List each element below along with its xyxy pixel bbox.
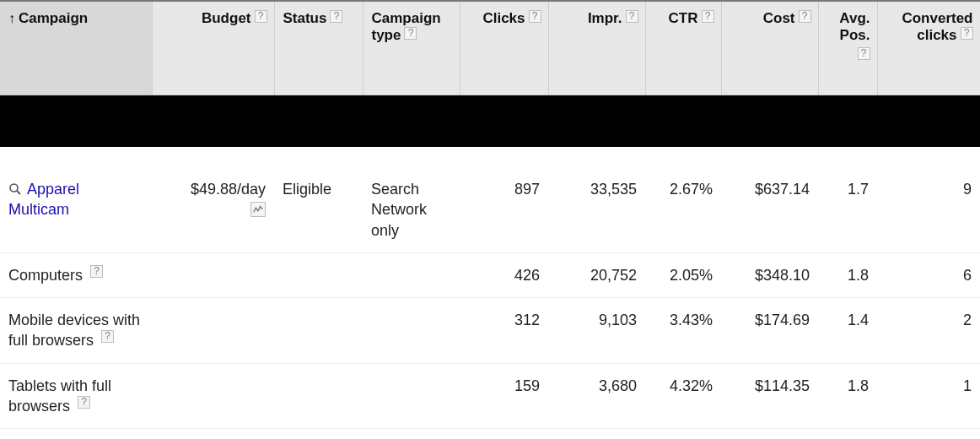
- help-icon[interactable]: ?: [330, 10, 342, 23]
- help-icon[interactable]: ?: [626, 10, 638, 23]
- cell-type: [363, 363, 460, 429]
- segment-label: Mobile devices with full browsers: [8, 312, 140, 349]
- help-icon[interactable]: ?: [90, 265, 103, 278]
- svg-line-1: [17, 191, 20, 194]
- cell-ctr: 4.32%: [645, 363, 721, 429]
- cell-converted: 6: [877, 252, 980, 297]
- cell-pos: 1.8: [818, 252, 877, 297]
- cell-budget: [152, 252, 274, 297]
- help-icon[interactable]: ?: [799, 10, 811, 23]
- col-header-ctr[interactable]: CTR?: [645, 2, 721, 95]
- col-header-converted[interactable]: Converted clicks?: [877, 2, 980, 95]
- cell-budget: $49.88/day: [152, 167, 274, 252]
- cell-status: Eligible: [274, 167, 363, 252]
- col-header-impr[interactable]: Impr.?: [548, 2, 645, 95]
- header-label: Budget: [202, 10, 251, 26]
- col-header-clicks[interactable]: Clicks?: [460, 2, 548, 95]
- cell-impr: 33,535: [548, 167, 645, 252]
- cell-cost: $114.35: [721, 363, 818, 429]
- cell-converted: 9: [877, 167, 980, 252]
- cell-status: [274, 252, 363, 297]
- cell-clicks: 426: [460, 252, 548, 297]
- col-header-pos[interactable]: Avg. Pos. ?: [818, 2, 877, 95]
- help-icon[interactable]: ?: [961, 27, 973, 40]
- cell-campaign: Mobile devices with full browsers ?: [0, 298, 152, 364]
- magnifier-icon[interactable]: [8, 181, 22, 194]
- segment-label: Computers: [8, 267, 83, 284]
- cell-clicks: 897: [460, 167, 548, 252]
- cell-converted: 2: [877, 298, 980, 364]
- table-row: Apparel Multicam$49.88/dayEligibleSearch…: [0, 167, 980, 252]
- cell-clicks: 312: [460, 298, 548, 364]
- cell-impr: 9,103: [548, 298, 645, 364]
- col-header-campaign[interactable]: ↑Campaign: [0, 2, 152, 95]
- cell-status: [274, 298, 363, 364]
- budget-value: $49.88/day: [191, 181, 266, 198]
- cell-cost: $348.10: [721, 252, 818, 297]
- cell-campaign: Computers ?: [0, 252, 152, 297]
- cell-type: [363, 298, 460, 364]
- col-header-type[interactable]: Campaign type?: [363, 2, 460, 95]
- help-icon[interactable]: ?: [404, 27, 417, 40]
- cell-impr: 20,752: [548, 252, 645, 297]
- help-icon[interactable]: ?: [529, 10, 541, 23]
- cell-type: [363, 252, 460, 297]
- cell-converted: 1: [877, 363, 980, 429]
- col-header-cost[interactable]: Cost?: [721, 2, 818, 95]
- cell-pos: 1.8: [818, 363, 877, 429]
- help-icon[interactable]: ?: [858, 47, 870, 60]
- cell-cost: $174.69: [721, 298, 818, 364]
- campaigns-table: ↑Campaign Budget? Status? Campaign type?…: [0, 2, 980, 429]
- svg-point-0: [10, 184, 18, 192]
- header-label: Campaign: [19, 10, 88, 26]
- cell-ctr: 3.43%: [645, 298, 721, 364]
- cell-status: [274, 363, 363, 429]
- spacer-row: [0, 147, 980, 167]
- cell-cost: $637.14: [721, 167, 818, 252]
- cell-budget: [152, 363, 274, 429]
- table-row: Tablets with full browsers ?1593,6804.32…: [0, 363, 980, 429]
- cell-pos: 1.4: [818, 298, 877, 364]
- header-label: Impr.: [588, 10, 622, 26]
- header-label: Avg. Pos.: [839, 10, 870, 43]
- col-header-budget[interactable]: Budget?: [152, 2, 274, 95]
- cell-impr: 3,680: [548, 363, 645, 429]
- header-label: CTR: [669, 10, 698, 26]
- header-label: Status: [283, 10, 327, 26]
- cell-campaign: Apparel Multicam: [0, 167, 152, 252]
- summary-row-redacted: [0, 95, 980, 147]
- table-row: Computers ?42620,7522.05%$348.101.86: [0, 252, 980, 297]
- sort-asc-icon: ↑: [8, 11, 15, 26]
- edit-budget-icon[interactable]: [250, 202, 266, 217]
- cell-pos: 1.7: [818, 167, 877, 252]
- cell-type: Search Network only: [363, 167, 460, 252]
- help-icon[interactable]: ?: [255, 10, 267, 23]
- header-label: Clicks: [482, 10, 525, 26]
- header-row: ↑Campaign Budget? Status? Campaign type?…: [0, 2, 980, 95]
- help-icon[interactable]: ?: [702, 10, 714, 23]
- cell-ctr: 2.05%: [645, 252, 721, 297]
- help-icon[interactable]: ?: [78, 396, 90, 409]
- segment-label: Tablets with full browsers: [8, 377, 111, 415]
- table-row: Mobile devices with full browsers ?3129,…: [0, 298, 980, 364]
- help-icon[interactable]: ?: [101, 330, 114, 343]
- cell-clicks: 159: [460, 363, 548, 429]
- header-label: Cost: [763, 10, 795, 26]
- col-header-status[interactable]: Status?: [274, 2, 363, 95]
- cell-budget: [152, 298, 274, 364]
- cell-ctr: 2.67%: [645, 167, 721, 252]
- cell-campaign: Tablets with full browsers ?: [0, 363, 152, 429]
